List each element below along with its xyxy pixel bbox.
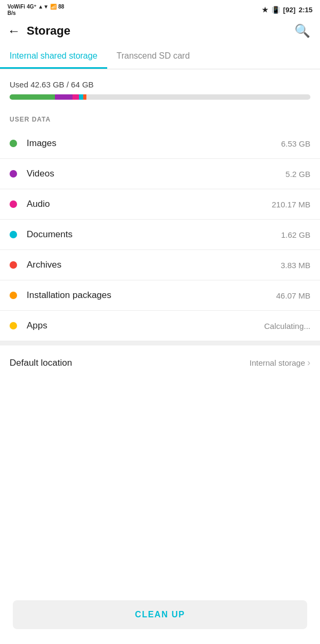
tab-internal[interactable]: Internal shared storage bbox=[0, 44, 107, 69]
storage-progress-bar bbox=[10, 94, 310, 100]
default-location-label: Default location bbox=[10, 358, 72, 368]
progress-segment-other bbox=[83, 94, 86, 100]
clean-up-button[interactable]: CLEAN UP bbox=[13, 600, 307, 629]
time-display: 2:15 bbox=[299, 6, 313, 14]
progress-segment-images bbox=[10, 94, 55, 100]
size-archives: 3.83 MB bbox=[281, 261, 310, 270]
page-title: Storage bbox=[27, 24, 70, 38]
back-button[interactable]: ← bbox=[7, 23, 20, 38]
storage-item-packages[interactable]: Installation packages 46.07 MB bbox=[0, 280, 320, 311]
label-documents: Documents bbox=[27, 229, 281, 240]
storage-item-images[interactable]: Images 6.53 GB bbox=[0, 128, 320, 159]
label-audio: Audio bbox=[27, 199, 271, 210]
storage-item-apps[interactable]: Apps Calculating... bbox=[0, 311, 320, 341]
label-archives: Archives bbox=[27, 260, 281, 270]
size-videos: 5.2 GB bbox=[285, 170, 310, 179]
size-documents: 1.62 GB bbox=[281, 230, 310, 239]
progress-segment-audio bbox=[73, 94, 78, 100]
storage-item-documents[interactable]: Documents 1.62 GB bbox=[0, 220, 320, 250]
progress-segment-videos bbox=[55, 94, 73, 100]
dot-apps bbox=[10, 322, 17, 329]
storage-item-videos[interactable]: Videos 5.2 GB bbox=[0, 159, 320, 189]
dot-archives bbox=[10, 261, 17, 269]
bluetooth-icon: ★ bbox=[262, 6, 268, 14]
label-apps: Apps bbox=[27, 320, 264, 331]
search-icon[interactable]: 🔍 bbox=[294, 23, 310, 38]
status-bar: VoWiFi 4G⁺ ▲▼ 📶 88B/s ★ 📳 [92] 2:15 bbox=[0, 0, 320, 18]
status-right: ★ 📳 [92] 2:15 bbox=[262, 6, 313, 14]
size-packages: 46.07 MB bbox=[276, 291, 310, 300]
storage-item-archives[interactable]: Archives 3.83 MB bbox=[0, 250, 320, 280]
tab-sd-card[interactable]: Transcend SD card bbox=[107, 44, 199, 69]
size-audio: 210.17 MB bbox=[271, 200, 310, 209]
storage-used-text: Used 42.63 GB / 64 GB bbox=[10, 80, 310, 89]
bottom-area: CLEAN UP bbox=[0, 591, 320, 644]
label-packages: Installation packages bbox=[27, 290, 276, 301]
dot-documents bbox=[10, 231, 17, 238]
storage-list: Images 6.53 GB Videos 5.2 GB Audio 210.1… bbox=[0, 128, 320, 341]
chevron-right-icon: › bbox=[307, 357, 310, 368]
dot-images bbox=[10, 140, 17, 147]
storage-info: Used 42.63 GB / 64 GB bbox=[0, 69, 320, 104]
dot-videos bbox=[10, 170, 17, 178]
tab-bar: Internal shared storage Transcend SD car… bbox=[0, 44, 320, 69]
default-location-value-group: Internal storage › bbox=[250, 357, 310, 368]
status-network: VoWiFi 4G⁺ ▲▼ 📶 88B/s bbox=[7, 3, 64, 16]
status-left: VoWiFi 4G⁺ ▲▼ 📶 88B/s bbox=[7, 3, 64, 16]
top-bar: ← Storage 🔍 bbox=[0, 18, 320, 44]
section-user-data: USER DATA bbox=[0, 104, 320, 128]
progress-segment-documents bbox=[79, 94, 83, 100]
battery-icon: [92] bbox=[283, 6, 295, 14]
default-location-value: Internal storage bbox=[250, 358, 305, 367]
storage-item-audio[interactable]: Audio 210.17 MB bbox=[0, 189, 320, 220]
default-location-row[interactable]: Default location Internal storage › bbox=[0, 341, 320, 380]
size-images: 6.53 GB bbox=[281, 139, 310, 148]
dot-packages bbox=[10, 292, 17, 299]
bottom-spacer bbox=[0, 380, 320, 433]
label-images: Images bbox=[27, 138, 281, 149]
size-apps: Calculating... bbox=[264, 321, 310, 331]
dot-audio bbox=[10, 200, 17, 208]
label-videos: Videos bbox=[27, 168, 285, 179]
vibrate-icon: 📳 bbox=[271, 6, 280, 14]
top-bar-left: ← Storage bbox=[7, 23, 70, 38]
